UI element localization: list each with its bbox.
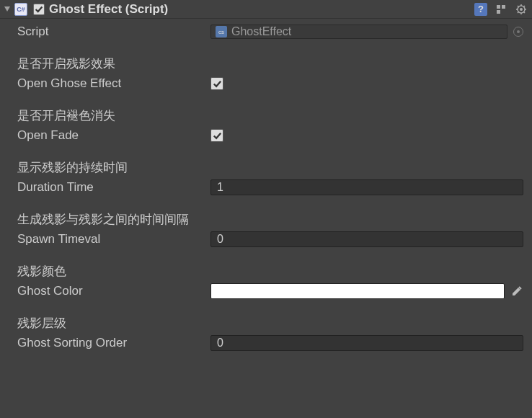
property-checkbox[interactable] — [210, 77, 223, 90]
script-field[interactable]: cs GhostEffect — [210, 25, 507, 39]
property-row: Ghost Color — [0, 281, 532, 301]
help-icon[interactable]: ? — [474, 3, 487, 16]
property-label: Open Fade — [17, 128, 210, 143]
property-header-row: 生成残影与残影之间的时间间隔 — [0, 209, 532, 229]
preset-icon[interactable] — [495, 3, 507, 16]
property-row: Spawn Timeval — [0, 229, 532, 249]
property-header-row: 是否开启残影效果 — [0, 53, 532, 74]
property-label: Spawn Timeval — [17, 232, 210, 246]
svg-rect-1 — [502, 5, 505, 9]
property-row: Open Ghose Effect — [0, 74, 532, 94]
gear-icon[interactable] — [515, 3, 528, 16]
component-header: C# Ghost Effect (Script) ? — [0, 0, 532, 19]
property-header-row: 残影层级 — [0, 313, 532, 333]
svg-rect-0 — [497, 5, 500, 9]
script-label: Script — [17, 25, 210, 39]
property-header-row: 显示残影的持续时间 — [0, 157, 532, 177]
script-row: Script cs GhostEffect — [0, 22, 532, 42]
property-header-label: 是否开启残影效果 — [17, 55, 210, 72]
eyedropper-icon[interactable] — [510, 285, 523, 298]
property-header-label: 显示残影的持续时间 — [17, 159, 210, 176]
property-header-label: 生成残影与残影之间的时间间隔 — [17, 211, 210, 228]
property-row: Open Fade — [0, 125, 532, 146]
property-label: Ghost Color — [17, 284, 210, 298]
inspector-content: Script cs GhostEffect 是否开启残影效果Open Ghose… — [0, 19, 532, 360]
script-value: GhostEffect — [231, 25, 291, 38]
property-number-input[interactable] — [210, 179, 523, 195]
property-header-row: 是否开启褪色消失 — [0, 105, 532, 125]
property-label: Duration Time — [17, 180, 210, 195]
component-enabled-checkbox[interactable] — [33, 4, 45, 15]
color-field — [210, 283, 523, 299]
property-header-label: 是否开启褪色消失 — [17, 107, 210, 124]
object-picker-icon[interactable] — [513, 27, 523, 37]
color-swatch[interactable] — [210, 283, 505, 299]
script-asset-icon: cs — [216, 26, 227, 37]
property-header-label: 残影颜色 — [17, 263, 210, 280]
property-number-input[interactable] — [210, 231, 523, 247]
component-title: Ghost Effect (Script) — [49, 2, 474, 17]
property-header-row: 残影颜色 — [0, 261, 532, 281]
foldout-toggle[interactable] — [4, 6, 10, 12]
property-checkbox[interactable] — [210, 129, 223, 142]
property-row: Ghost Sorting Order — [0, 333, 532, 353]
property-header-label: 残影层级 — [17, 315, 210, 332]
property-label: Open Ghose Effect — [17, 76, 210, 91]
property-row: Duration Time — [0, 177, 532, 197]
property-label: Ghost Sorting Order — [17, 336, 210, 350]
svg-rect-2 — [497, 10, 500, 14]
svg-point-4 — [520, 8, 523, 11]
property-number-input[interactable] — [210, 335, 523, 351]
csharp-icon: C# — [14, 3, 27, 16]
